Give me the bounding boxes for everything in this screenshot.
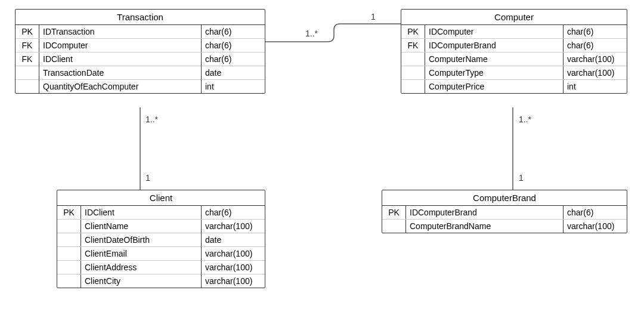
cardinality-label: 1..* [304,29,319,38]
attr-row: PKIDComputerchar(6) [401,25,627,39]
attr-row: ComputerPriceint [401,80,627,93]
attr-rows: PKIDClientchar(6) ClientNamevarchar(100)… [57,206,265,288]
attr-rows: PKIDTransactionchar(6) FKIDComputerchar(… [16,25,265,93]
attr-row: PKIDComputerBrandchar(6) [382,206,627,220]
entity-title: Client [57,190,265,206]
entity-client: Client PKIDClientchar(6) ClientNamevarch… [57,190,265,288]
attr-row: PKIDTransactionchar(6) [16,25,265,39]
attr-row: FKIDComputerBrandchar(6) [401,39,627,53]
attr-row: ClientCityvarchar(100) [57,274,265,288]
cardinality-label: 1 [144,173,151,183]
attr-row: ComputerTypevarchar(100) [401,66,627,80]
attr-row: ComputerNamevarchar(100) [401,53,627,66]
entity-title: Computer [401,10,627,25]
attr-row: ClientNamevarchar(100) [57,220,265,233]
attr-row: PKIDClientchar(6) [57,206,265,220]
cardinality-label: 1..* [144,115,159,124]
entity-title: ComputerBrand [382,190,627,206]
attr-row: FKIDComputerchar(6) [16,39,265,53]
cardinality-label: 1 [518,173,525,183]
entity-computer: Computer PKIDComputerchar(6) FKIDCompute… [401,9,627,94]
attr-row: QuantityOfEachComputerint [16,80,265,93]
attr-row: FKIDClientchar(6) [16,53,265,66]
attr-rows: PKIDComputerBrandchar(6) ComputerBrandNa… [382,206,627,233]
entity-computerbrand: ComputerBrand PKIDComputerBrandchar(6) C… [382,190,627,233]
entity-transaction: Transaction PKIDTransactionchar(6) FKIDC… [15,9,265,94]
attr-row: ClientDateOfBirthdate [57,233,265,247]
cardinality-label: 1 [370,12,377,21]
cardinality-label: 1..* [518,115,532,124]
attr-row: TransactionDatedate [16,66,265,80]
attr-rows: PKIDComputerchar(6) FKIDComputerBrandcha… [401,25,627,93]
attr-row: ClientAddressvarchar(100) [57,261,265,274]
entity-title: Transaction [16,10,265,25]
attr-row: ClientEmailvarchar(100) [57,247,265,261]
attr-row: ComputerBrandNamevarchar(100) [382,220,627,233]
